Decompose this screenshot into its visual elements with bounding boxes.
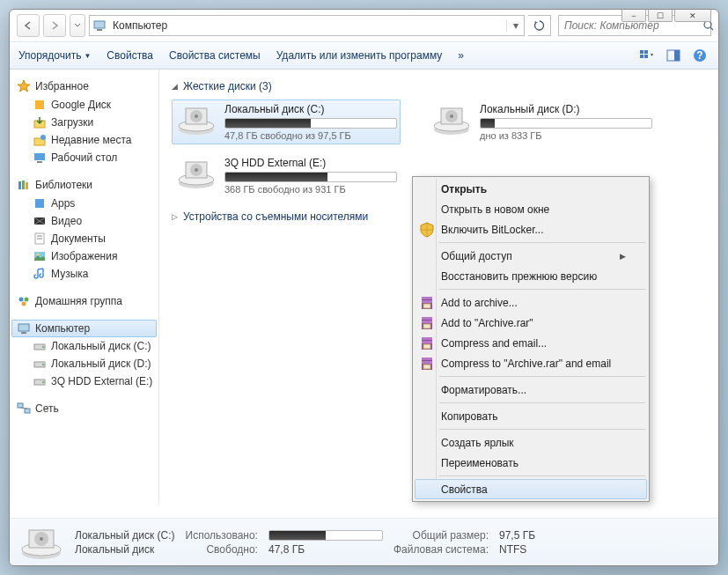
sidebar-item-favorite[interactable]: Недавние места [11,131,157,149]
address-bar[interactable]: Компьютер ▾ [89,15,525,36]
context-menu-item[interactable]: Переименовать [415,453,647,473]
sidebar-item-favorite[interactable]: Рабочий стол [11,149,157,166]
star-icon [17,79,31,93]
library-icon [33,267,47,281]
svg-rect-20 [26,182,28,189]
svg-rect-5 [644,50,648,54]
properties-button[interactable]: Свойства [107,49,153,62]
context-menu-item[interactable]: Создать ярлык [415,432,647,453]
library-icon [33,214,47,228]
libraries-header[interactable]: Библиотеки [11,175,157,195]
arrow-left-icon [23,20,33,31]
svg-rect-70 [422,358,432,360]
sidebar-item-favorite[interactable]: Google Диск [11,96,157,114]
address-dropdown[interactable]: ▾ [506,19,524,32]
drive-name: Локальный диск (D:) [480,103,652,115]
uninstall-button[interactable]: Удалить или изменить программу [276,49,443,62]
svg-rect-32 [21,332,26,334]
maximize-button[interactable]: ☐ [648,10,673,22]
context-menu-item[interactable]: Открыть [415,179,647,199]
context-menu-item[interactable]: Включить BitLocker... [415,219,647,240]
svg-rect-16 [34,153,45,160]
history-dropdown[interactable] [70,14,85,37]
library-icon [33,232,47,246]
rar-icon [419,315,435,331]
details-disk-type: Локальный диск [75,543,175,556]
view-options-button[interactable] [637,46,657,65]
context-menu-item[interactable]: Восстановить прежнюю версию [415,266,647,286]
sidebar-item-drive[interactable]: 3Q HDD External (E:) [11,372,157,390]
hard-drives-header[interactable]: ◢ Жесткие диски (3) [172,80,706,92]
sidebar-item-library[interactable]: Видео [11,212,157,230]
context-menu-item[interactable]: Compress to "Archive.rar" and email [415,353,647,373]
sidebar-item-drive[interactable]: Локальный диск (D:) [11,355,157,372]
rar-icon [419,356,435,372]
drive-usage-bar [224,118,397,129]
details-total-value: 97,5 ГБ [499,529,535,542]
svg-rect-6 [640,55,643,58]
context-menu-item[interactable]: Add to "Archive.rar" [415,313,647,333]
context-menu-item[interactable]: Копировать [415,406,647,426]
forward-button[interactable] [43,14,66,37]
context-menu-item[interactable]: Форматировать... [415,380,647,400]
sidebar-item-library[interactable]: Музыка [11,265,157,283]
context-separator [439,376,645,377]
details-drive-name: Локальный диск (C:) [75,529,175,542]
svg-rect-58 [422,297,432,299]
computer-header[interactable]: Компьютер [11,320,157,337]
drive-icon [175,103,217,138]
help-icon: ? [693,48,707,63]
svg-point-15 [40,135,46,140]
toolbar-overflow[interactable]: » [458,49,464,62]
homegroup-header[interactable]: Домашняя группа [11,291,157,311]
computer-icon [17,321,31,335]
sidebar-item-library[interactable]: Изображения [11,247,157,265]
drive-item[interactable]: 3Q HDD External (E:) 368 ГБ свободно из … [172,153,401,198]
drive-item[interactable]: Локальный диск (D:) дно из 833 ГБ [427,100,656,144]
svg-rect-62 [422,317,432,320]
sidebar-item-library[interactable]: Документы [11,230,157,247]
navigation-pane: Избранное Google ДискЗагрузкиНедавние ме… [10,70,159,505]
context-menu-item[interactable]: Add to archive... [415,292,647,313]
drive-icon [33,374,47,388]
back-button[interactable] [17,14,40,37]
drive-usage-bar [224,172,397,182]
drive-icon [33,357,47,371]
context-menu-item[interactable]: Открыть в новом окне [415,199,647,219]
svg-rect-66 [422,337,432,340]
details-free-value: 47,8 ГБ [268,543,383,556]
network-header[interactable]: Сеть [11,399,157,418]
view-icon [639,49,655,62]
refresh-button[interactable] [528,15,551,36]
context-menu: Открыть Открыть в новом окне Включить Bi… [412,176,650,502]
drive-free-text: 368 ГБ свободно из 931 ГБ [224,184,397,195]
organize-menu[interactable]: Упорядочить ▼ [18,49,91,62]
rar-icon [419,295,435,311]
context-separator [439,242,645,243]
chevron-down-icon [74,22,81,29]
close-button[interactable]: ✕ [674,10,711,22]
drive-usage-bar [480,118,652,129]
folder-icon [33,98,47,112]
preview-pane-button[interactable] [664,46,683,65]
context-separator [439,402,645,403]
minimize-button[interactable]: − [621,10,646,22]
svg-rect-1 [97,29,102,31]
context-menu-item[interactable]: Compress and email... [415,333,647,353]
drive-item[interactable]: Локальный диск (C:) 47,8 ГБ свободно из … [172,100,401,144]
favorites-header[interactable]: Избранное [11,77,157,96]
svg-rect-0 [94,21,105,28]
sidebar-item-library[interactable]: Apps [11,195,157,212]
help-button[interactable]: ? [690,46,710,65]
homegroup-icon [17,294,31,308]
system-properties-button[interactable]: Свойства системы [169,49,261,62]
context-menu-item[interactable]: Свойства [415,479,647,499]
context-menu-item[interactable]: Общий доступ ▶ [415,246,647,266]
sidebar-item-drive[interactable]: Локальный диск (C:) [11,337,157,355]
svg-rect-59 [422,300,432,303]
details-pane: Локальный диск (C:) Использовано: Общий … [10,518,718,565]
svg-rect-12 [35,100,44,109]
svg-rect-7 [644,55,648,58]
sidebar-item-favorite[interactable]: Загрузки [11,114,157,131]
svg-point-36 [42,364,44,365]
